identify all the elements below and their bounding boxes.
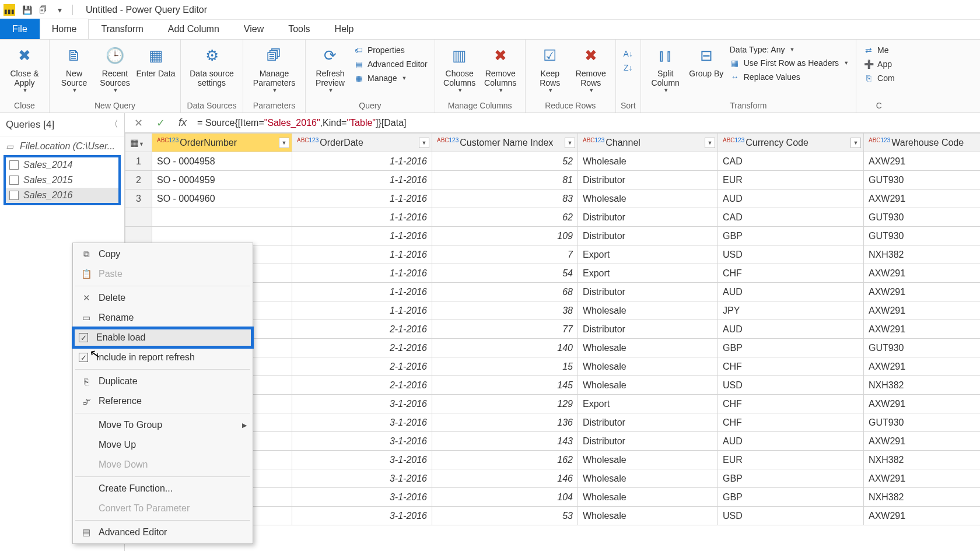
formula-cancel-button[interactable]: ✕ — [131, 115, 146, 131]
collapse-queries-button[interactable]: 〈 — [109, 118, 118, 131]
table-cell[interactable]: GUT930 — [864, 339, 981, 357]
table-row[interactable]: 3-1-2016136DistributorCHFGUT930 — [125, 413, 981, 432]
table-cell[interactable]: NXH382 — [864, 488, 981, 507]
table-cell[interactable]: GUT930 — [864, 413, 981, 432]
table-cell[interactable]: Wholesale — [578, 152, 718, 171]
table-cell[interactable]: 3-1-2016 — [292, 395, 432, 413]
table-cell[interactable]: USD — [718, 245, 864, 264]
group-by-button[interactable]: ⊟Group By — [687, 42, 726, 100]
replace-values-button[interactable]: ↔Replace Values — [727, 71, 851, 83]
column-filter-button[interactable]: ▼ — [565, 138, 575, 148]
table-row[interactable]: 2-1-201677DistributorAUDAXW291 — [125, 320, 981, 339]
table-cell[interactable]: Wholesale — [578, 301, 718, 320]
table-cell[interactable]: Distributor — [578, 283, 718, 301]
table-cell[interactable]: 2-1-2016 — [292, 376, 432, 395]
column-header-orderdate[interactable]: ABCOrderDate▼ — [292, 134, 432, 152]
table-cell[interactable]: 136 — [432, 413, 578, 432]
table-row[interactable]: 2SO - 00049591-1-201681DistributorEURGUT… — [125, 171, 981, 189]
table-cell[interactable]: 1-1-2016 — [292, 171, 432, 189]
table-cell[interactable]: Wholesale — [578, 488, 718, 507]
table-cell[interactable]: AUD — [718, 283, 864, 301]
table-cell[interactable]: CHF — [718, 395, 864, 413]
table-row[interactable]: 3-1-2016143DistributorAUDAXW291 — [125, 432, 981, 451]
table-cell[interactable]: 54 — [432, 264, 578, 283]
table-cell[interactable]: GBP — [718, 488, 864, 507]
table-cell[interactable]: Distributor — [578, 208, 718, 227]
table-cell[interactable]: 3 — [125, 189, 152, 208]
data-type-button[interactable]: Data Type: Any▼ — [727, 44, 851, 55]
table-cell[interactable]: CAD — [718, 208, 864, 227]
table-cell[interactable]: Wholesale — [578, 469, 718, 488]
table-cell[interactable]: Export — [578, 264, 718, 283]
table-cell[interactable]: 77 — [432, 320, 578, 339]
first-row-headers-button[interactable]: ▦Use First Row as Headers▼ — [727, 57, 851, 69]
table-cell[interactable]: AXW291 — [864, 301, 981, 320]
table-cell[interactable]: NXH382 — [864, 376, 981, 395]
table-cell[interactable]: 52 — [432, 152, 578, 171]
column-header-ordernumber[interactable]: ABCOrderNumber▼ — [152, 134, 292, 152]
keep-rows-button[interactable]: ☑Keep Rows▼ — [530, 42, 570, 100]
table-cell[interactable]: GUT930 — [864, 227, 981, 245]
table-cell[interactable]: 3-1-2016 — [292, 488, 432, 507]
table-cell[interactable]: AXW291 — [864, 152, 981, 171]
formula-commit-button[interactable]: ✓ — [153, 115, 168, 131]
table-row[interactable]: 1-1-201638WholesaleJPYAXW291 — [125, 301, 981, 320]
table-cell[interactable]: 3-1-2016 — [292, 432, 432, 451]
refresh-preview-button[interactable]: ⟳Refresh Preview▼ — [310, 42, 350, 100]
new-source-button[interactable]: 🗎New Source▼ — [54, 42, 94, 100]
split-column-button[interactable]: ⫿⫿Split Column▼ — [646, 42, 685, 100]
tab-transform[interactable]: Transform — [89, 19, 155, 39]
combine-files-button[interactable]: ⎘Com — [861, 72, 897, 84]
table-cell[interactable]: CHF — [718, 357, 864, 376]
enter-data-button[interactable]: ▦Enter Data — [136, 42, 176, 100]
table-cell[interactable]: Distributor — [578, 171, 718, 189]
table-cell[interactable]: AUD — [718, 432, 864, 451]
table-cell[interactable]: AXW291 — [864, 283, 981, 301]
table-cell[interactable]: SO - 0004958 — [152, 152, 292, 171]
table-cell[interactable]: 1-1-2016 — [292, 264, 432, 283]
table-cell[interactable]: JPY — [718, 301, 864, 320]
table-cell[interactable]: 162 — [432, 451, 578, 469]
table-row[interactable]: 3-1-2016146WholesaleGBPAXW291 — [125, 469, 981, 488]
append-queries-button[interactable]: ➕App — [861, 58, 897, 70]
table-cell[interactable]: 62 — [432, 208, 578, 227]
table-cell[interactable]: AUD — [718, 320, 864, 339]
formula-input[interactable]: = Source{[Item="Sales_2016",Kind="Table"… — [197, 117, 974, 128]
table-row[interactable]: 3-1-2016129ExportCHFAXW291 — [125, 395, 981, 413]
context-enable-load[interactable]: ✓Enable load — [73, 328, 253, 348]
tab-add-column[interactable]: Add Column — [156, 19, 232, 39]
table-cell[interactable]: AXW291 — [864, 320, 981, 339]
table-cell[interactable]: 3-1-2016 — [292, 469, 432, 488]
tab-view[interactable]: View — [232, 19, 276, 39]
table-cell[interactable]: 1-1-2016 — [292, 208, 432, 227]
table-row[interactable]: 2-1-2016145WholesaleUSDNXH382 — [125, 376, 981, 395]
remove-rows-button[interactable]: ✖Remove Rows▼ — [571, 42, 611, 100]
table-cell[interactable]: 3-1-2016 — [292, 507, 432, 525]
qat-customize-button[interactable]: ▾ — [52, 3, 66, 17]
table-cell[interactable]: GBP — [718, 227, 864, 245]
table-cell[interactable]: 1-1-2016 — [292, 283, 432, 301]
table-cell[interactable]: 38 — [432, 301, 578, 320]
column-header-currency[interactable]: ABCCurrency Code▼ — [718, 134, 864, 152]
table-row[interactable]: 1-1-201668DistributorAUDAXW291 — [125, 283, 981, 301]
tab-home[interactable]: Home — [40, 19, 89, 39]
table-cell[interactable]: AXW291 — [864, 264, 981, 283]
table-cell[interactable]: GBP — [718, 469, 864, 488]
context-move-up[interactable]: Move Up — [73, 435, 253, 455]
table-cell[interactable]: 1-1-2016 — [292, 152, 432, 171]
table-row[interactable]: 1-1-201654ExportCHFAXW291 — [125, 264, 981, 283]
table-cell[interactable] — [152, 208, 292, 227]
table-row[interactable]: 1-1-20167ExportUSDNXH382 — [125, 245, 981, 264]
table-cell[interactable]: GUT930 — [864, 171, 981, 189]
manage-button[interactable]: ▦Manage▼ — [351, 72, 430, 84]
table-cell[interactable]: 15 — [432, 357, 578, 376]
table-cell[interactable]: Wholesale — [578, 357, 718, 376]
table-row[interactable]: 1SO - 00049581-1-201652WholesaleCADAXW29… — [125, 152, 981, 171]
table-cell[interactable]: CHF — [718, 264, 864, 283]
table-cell[interactable]: 1-1-2016 — [292, 227, 432, 245]
table-cell[interactable]: 143 — [432, 432, 578, 451]
context-convert-parameter[interactable]: Convert To Parameter — [73, 499, 253, 518]
table-cell[interactable]: 104 — [432, 488, 578, 507]
table-cell[interactable]: SO - 0004959 — [152, 171, 292, 189]
context-advanced-editor[interactable]: ▤Advanced Editor — [73, 522, 253, 542]
